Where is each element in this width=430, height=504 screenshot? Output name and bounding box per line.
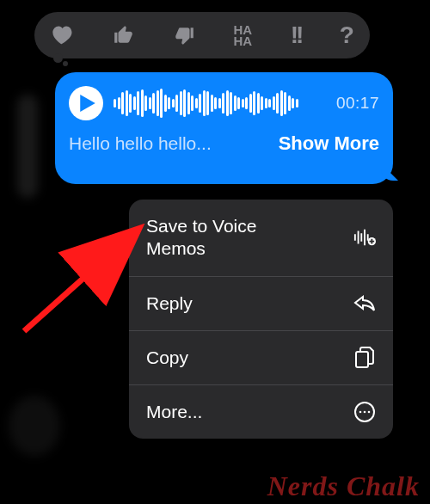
menu-copy[interactable]: Copy bbox=[129, 331, 393, 385]
context-menu: Save to Voice Memos Reply Copy More... bbox=[129, 200, 393, 439]
menu-label: Copy bbox=[146, 347, 188, 369]
menu-label: Save to Voice Memos bbox=[146, 215, 318, 261]
menu-reply[interactable]: Reply bbox=[129, 277, 393, 331]
transcript-text: Hello hello hello... bbox=[69, 133, 212, 154]
tapback-tail bbox=[53, 53, 68, 66]
thumbs-down-icon[interactable] bbox=[173, 24, 195, 46]
svg-point-10 bbox=[359, 411, 362, 414]
exclaim-icon[interactable]: !! bbox=[291, 22, 302, 49]
tapback-bar: HAHA !! ? bbox=[34, 12, 370, 58]
haha-icon[interactable]: HAHA bbox=[234, 24, 253, 47]
more-icon bbox=[353, 401, 376, 423]
menu-save-voice-memos[interactable]: Save to Voice Memos bbox=[129, 200, 393, 277]
voice-message-bubble: 00:17 Hello hello hello... Show More bbox=[55, 72, 393, 184]
watermark: Nerds Chalk bbox=[267, 470, 420, 502]
svg-point-12 bbox=[368, 411, 371, 414]
question-icon[interactable]: ? bbox=[340, 22, 354, 49]
waveform-plus-icon bbox=[353, 226, 376, 249]
play-button[interactable] bbox=[69, 86, 103, 120]
menu-more[interactable]: More... bbox=[129, 385, 393, 439]
heart-icon[interactable] bbox=[50, 24, 74, 46]
menu-label: Reply bbox=[146, 292, 193, 315]
reply-icon bbox=[353, 292, 376, 315]
audio-duration: 00:17 bbox=[336, 94, 379, 113]
svg-rect-8 bbox=[356, 352, 368, 367]
copy-icon bbox=[353, 347, 376, 369]
show-more-button[interactable]: Show More bbox=[279, 132, 379, 155]
svg-point-11 bbox=[364, 411, 366, 414]
thumbs-up-icon[interactable] bbox=[113, 24, 135, 46]
waveform[interactable] bbox=[114, 86, 326, 120]
menu-label: More... bbox=[146, 401, 202, 423]
